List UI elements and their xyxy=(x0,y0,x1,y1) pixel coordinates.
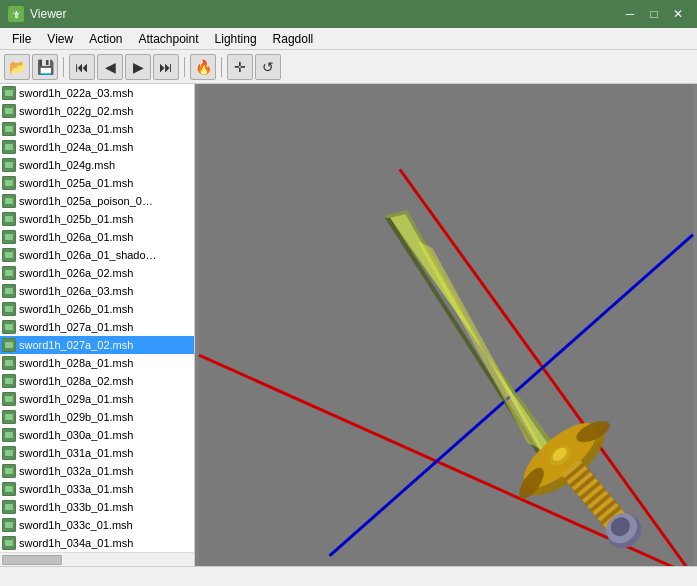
list-item-label: sword1h_027a_02.msh xyxy=(19,339,133,351)
list-item-icon xyxy=(2,266,16,280)
list-item-icon xyxy=(2,446,16,460)
list-item[interactable]: sword1h_026a_03.msh xyxy=(0,282,194,300)
list-item-icon xyxy=(2,158,16,172)
list-item-label: sword1h_025a_01.msh xyxy=(19,177,133,189)
list-item-label: sword1h_033b_01.msh xyxy=(19,501,133,513)
list-item[interactable]: sword1h_032a_01.msh xyxy=(0,462,194,480)
list-item[interactable]: sword1h_024g.msh xyxy=(0,156,194,174)
list-item-icon xyxy=(2,320,16,334)
list-item[interactable]: sword1h_022a_03.msh xyxy=(0,84,194,102)
list-item[interactable]: sword1h_031a_01.msh xyxy=(0,444,194,462)
title-bar-left: 🗡 Viewer xyxy=(8,6,66,22)
list-item[interactable]: sword1h_025a_01.msh xyxy=(0,174,194,192)
list-item[interactable]: sword1h_033a_01.msh xyxy=(0,480,194,498)
list-item[interactable]: sword1h_030a_01.msh xyxy=(0,426,194,444)
list-item-label: sword1h_029b_01.msh xyxy=(19,411,133,423)
list-item-label: sword1h_026a_01.msh xyxy=(19,231,133,243)
list-item-icon xyxy=(2,500,16,514)
list-item-label: sword1h_027a_01.msh xyxy=(19,321,133,333)
list-item[interactable]: sword1h_034a_01.msh xyxy=(0,534,194,552)
list-item-icon xyxy=(2,464,16,478)
list-item[interactable]: sword1h_033c_01.msh xyxy=(0,516,194,534)
list-item[interactable]: sword1h_026b_01.msh xyxy=(0,300,194,318)
list-item[interactable]: sword1h_028a_02.msh xyxy=(0,372,194,390)
viewport xyxy=(195,84,697,566)
step-back-icon[interactable]: ⏮ xyxy=(69,54,95,80)
list-item-icon xyxy=(2,140,16,154)
list-item[interactable]: sword1h_022g_02.msh xyxy=(0,102,194,120)
fire-icon[interactable]: 🔥 xyxy=(190,54,216,80)
refresh-icon[interactable]: ↺ xyxy=(255,54,281,80)
minimize-button[interactable]: ─ xyxy=(619,3,641,25)
list-item-label: sword1h_026a_03.msh xyxy=(19,285,133,297)
list-item[interactable]: sword1h_033b_01.msh xyxy=(0,498,194,516)
sidebar-scrollbar-h-thumb[interactable] xyxy=(2,555,62,565)
list-item-label: sword1h_034a_01.msh xyxy=(19,537,133,549)
list-item-icon xyxy=(2,302,16,316)
step-forward-icon[interactable]: ⏭ xyxy=(153,54,179,80)
list-item-label: sword1h_025b_01.msh xyxy=(19,213,133,225)
close-button[interactable]: ✕ xyxy=(667,3,689,25)
list-item-label: sword1h_022g_02.msh xyxy=(19,105,133,117)
list-item[interactable]: sword1h_028a_01.msh xyxy=(0,354,194,372)
list-item-icon xyxy=(2,230,16,244)
list-item-icon xyxy=(2,122,16,136)
save-icon[interactable]: 💾 xyxy=(32,54,58,80)
list-item-icon xyxy=(2,212,16,226)
list-item[interactable]: sword1h_029b_01.msh xyxy=(0,408,194,426)
list-item-icon xyxy=(2,176,16,190)
list-item-icon xyxy=(2,284,16,298)
menu-item-view[interactable]: View xyxy=(39,30,81,48)
viewport-canvas xyxy=(195,84,697,566)
list-item[interactable]: sword1h_023a_01.msh xyxy=(0,120,194,138)
menu-item-lighting[interactable]: Lighting xyxy=(207,30,265,48)
list-item-label: sword1h_031a_01.msh xyxy=(19,447,133,459)
list-item[interactable]: sword1h_027a_02.msh xyxy=(0,336,194,354)
main-content: sword1h_017b.mshsword1h_017c.mshsword1h_… xyxy=(0,84,697,566)
menu-bar: FileViewActionAttachpointLightingRagdoll xyxy=(0,28,697,50)
list-item[interactable]: sword1h_025b_01.msh xyxy=(0,210,194,228)
list-item-icon xyxy=(2,86,16,100)
list-item-label: sword1h_028a_01.msh xyxy=(19,357,133,369)
list-item-label: sword1h_033a_01.msh xyxy=(19,483,133,495)
toolbar-sep-5 xyxy=(184,57,185,77)
play-back-icon[interactable]: ◀ xyxy=(97,54,123,80)
maximize-button[interactable]: □ xyxy=(643,3,665,25)
list-item-icon xyxy=(2,518,16,532)
menu-item-ragdoll[interactable]: Ragdoll xyxy=(265,30,322,48)
list-item-label: sword1h_023a_01.msh xyxy=(19,123,133,135)
list-item-label: sword1h_026a_01_shado… xyxy=(19,249,157,261)
list-item-icon xyxy=(2,248,16,262)
title-text: Viewer xyxy=(30,7,66,21)
list-item[interactable]: sword1h_024a_01.msh xyxy=(0,138,194,156)
menu-item-file[interactable]: File xyxy=(4,30,39,48)
list-item-label: sword1h_026b_01.msh xyxy=(19,303,133,315)
sidebar-scrollbar-h[interactable] xyxy=(0,552,194,566)
title-bar: 🗡 Viewer ─ □ ✕ xyxy=(0,0,697,28)
list-item-icon xyxy=(2,410,16,424)
list-item-label: sword1h_028a_02.msh xyxy=(19,375,133,387)
move-icon[interactable]: ✛ xyxy=(227,54,253,80)
list-item-icon xyxy=(2,392,16,406)
list-item-label: sword1h_032a_01.msh xyxy=(19,465,133,477)
list-item[interactable]: sword1h_026a_01.msh xyxy=(0,228,194,246)
list-item-label: sword1h_024g.msh xyxy=(19,159,115,171)
list-item[interactable]: sword1h_026a_02.msh xyxy=(0,264,194,282)
list-item-icon xyxy=(2,356,16,370)
list-item-icon xyxy=(2,374,16,388)
app-icon: 🗡 xyxy=(8,6,24,22)
sidebar: sword1h_017b.mshsword1h_017c.mshsword1h_… xyxy=(0,84,195,566)
list-item[interactable]: sword1h_029a_01.msh xyxy=(0,390,194,408)
list-item-label: sword1h_022a_03.msh xyxy=(19,87,133,99)
sidebar-list[interactable]: sword1h_017b.mshsword1h_017c.mshsword1h_… xyxy=(0,84,194,552)
list-item-icon xyxy=(2,428,16,442)
open-icon[interactable]: 📂 xyxy=(4,54,30,80)
menu-item-attachpoint[interactable]: Attachpoint xyxy=(131,30,207,48)
list-item[interactable]: sword1h_026a_01_shado… xyxy=(0,246,194,264)
play-icon[interactable]: ▶ xyxy=(125,54,151,80)
menu-item-action[interactable]: Action xyxy=(81,30,130,48)
list-item[interactable]: sword1h_027a_01.msh xyxy=(0,318,194,336)
toolbar-sep-1 xyxy=(63,57,64,77)
list-item-label: sword1h_026a_02.msh xyxy=(19,267,133,279)
list-item[interactable]: sword1h_025a_poison_0… xyxy=(0,192,194,210)
